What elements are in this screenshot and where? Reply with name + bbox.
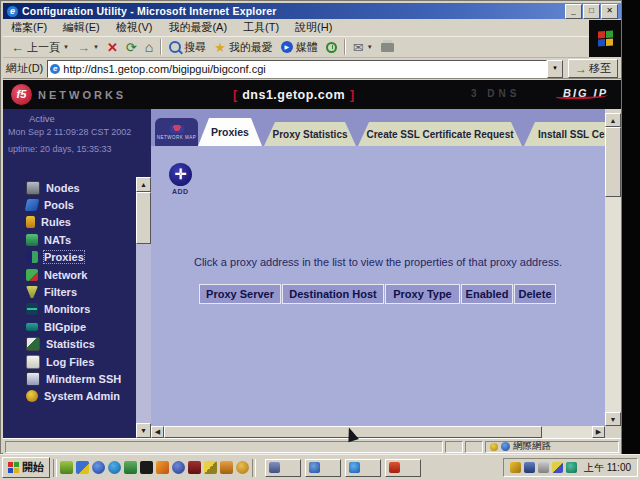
tray-icon-5[interactable]: [566, 462, 577, 473]
ie-window: e Configuration Utility - Microsoft Inte…: [0, 0, 622, 454]
search-label: 搜尋: [184, 40, 206, 55]
go-button[interactable]: → 移至: [568, 59, 618, 78]
task-button-1[interactable]: [265, 459, 301, 477]
sidebar-item-filters[interactable]: Filters: [3, 283, 136, 300]
favorites-button[interactable]: ★ 我的最愛: [210, 39, 277, 56]
quicklaunch-icon-12[interactable]: [236, 461, 249, 474]
quicklaunch-icon-3[interactable]: [92, 461, 105, 474]
back-button[interactable]: ← 上一頁 ▼: [7, 39, 73, 56]
scroll-down-icon[interactable]: ▼: [136, 423, 151, 438]
mail-button[interactable]: ✉ ▼: [349, 40, 377, 55]
sidebar-item-network[interactable]: Network: [3, 266, 136, 283]
tab-create-ssl-certificate-request[interactable]: Create SSL Certificate Request: [358, 122, 522, 146]
window-title: Configuration Utility - Microsoft Intern…: [22, 5, 277, 17]
tab-proxies[interactable]: Proxies: [198, 118, 262, 146]
mail-dropdown-icon[interactable]: ▼: [367, 44, 373, 50]
home-icon: ⌂: [145, 41, 153, 54]
quicklaunch-icon-6[interactable]: [140, 461, 153, 474]
tab-proxy-statistics[interactable]: Proxy Statistics: [264, 122, 356, 146]
scroll-down-icon[interactable]: ▼: [605, 412, 621, 426]
sidebar-item-logfiles[interactable]: Log Files: [3, 353, 136, 370]
task-button-2[interactable]: [305, 459, 341, 477]
network-map-icon: [170, 125, 184, 133]
network-map-tab[interactable]: NETWORK MAP: [155, 118, 198, 146]
sidebar-item-bigpipe[interactable]: BIGpipe: [3, 318, 136, 335]
menu-favorites[interactable]: 我的最愛(A): [160, 20, 235, 35]
menu-help[interactable]: 說明(H): [287, 20, 340, 35]
toolbar-separator: [160, 39, 162, 55]
bracket-right: ]: [350, 88, 354, 102]
sidebar-item-nats[interactable]: NATs: [3, 231, 136, 248]
tray-icon-2[interactable]: [524, 462, 535, 473]
sidebar-scrollbar[interactable]: ▲ ▼: [136, 177, 151, 438]
address-input[interactable]: e http://dns1.getop.com/bigipgui/bigconf…: [47, 60, 547, 78]
menu-view[interactable]: 檢視(V): [108, 20, 161, 35]
statistics-icon: [26, 337, 40, 351]
sidebar-item-proxies[interactable]: Proxies: [3, 249, 136, 266]
menu-edit[interactable]: 編輯(E): [55, 20, 108, 35]
horizontal-scrollbar[interactable]: ◀ ▶: [151, 426, 605, 438]
tray-icon-4[interactable]: [552, 462, 563, 473]
stop-icon: ✕: [107, 41, 118, 54]
rules-icon: [26, 216, 35, 228]
quicklaunch-icon-4[interactable]: [108, 461, 121, 474]
close-button[interactable]: ✕: [601, 4, 618, 19]
quicklaunch-icon-1[interactable]: [60, 461, 73, 474]
quicklaunch-icon-10[interactable]: [204, 461, 217, 474]
forward-dropdown-icon[interactable]: ▼: [93, 44, 99, 50]
menu-tools[interactable]: 工具(T): [235, 20, 287, 35]
back-icon: ←: [11, 41, 24, 54]
pools-icon: [25, 199, 40, 211]
back-dropdown-icon[interactable]: ▼: [63, 44, 69, 50]
sidebar-item-statistics[interactable]: Statistics: [3, 336, 136, 353]
print-button[interactable]: [377, 42, 398, 53]
status-pane: [445, 441, 463, 453]
nodes-icon: [26, 181, 40, 195]
windows-flag-icon: [598, 30, 613, 46]
sidebar-item-system-admin[interactable]: System Admin: [3, 388, 136, 405]
scroll-up-icon[interactable]: ▲: [605, 113, 621, 127]
quicklaunch-icon-5[interactable]: [124, 461, 137, 474]
scrollbar-thumb[interactable]: [136, 192, 151, 244]
scroll-right-icon[interactable]: ▶: [592, 426, 605, 438]
quicklaunch-icon-11[interactable]: [220, 461, 233, 474]
f5-networks-wordmark: NETWORKS: [38, 89, 126, 101]
task-button-3[interactable]: [345, 459, 381, 477]
menu-file[interactable]: 檔案(F): [3, 20, 55, 35]
sidebar-item-pools[interactable]: Pools: [3, 196, 136, 213]
media-button[interactable]: ▶ 媒體: [277, 39, 322, 56]
add-button[interactable]: ✛: [169, 163, 192, 186]
scroll-up-icon[interactable]: ▲: [136, 177, 151, 192]
sidebar-item-mindterm-ssh[interactable]: Mindterm SSH: [3, 370, 136, 387]
page-favicon: e: [50, 64, 60, 74]
sidebar-item-nodes[interactable]: Nodes: [3, 179, 136, 196]
start-button[interactable]: 開始: [2, 457, 50, 478]
stop-button[interactable]: ✕: [103, 40, 122, 55]
quicklaunch-icon-7[interactable]: [156, 461, 169, 474]
address-dropdown-button[interactable]: ▼: [547, 60, 563, 78]
address-url: http://dns1.getop.com/bigipgui/bigconf.c…: [63, 63, 265, 75]
tray-volume-icon[interactable]: [510, 462, 521, 473]
system-datetime: Mon Sep 2 11:09:28 CST 2002: [8, 127, 131, 137]
sidebar-item-rules[interactable]: Rules: [3, 214, 136, 231]
task-button-4[interactable]: [385, 459, 421, 477]
vertical-scrollbar[interactable]: ▲ ▼: [605, 113, 621, 426]
minimize-button[interactable]: _: [565, 4, 582, 19]
tab-install-ssl-certificate[interactable]: Install SSL Certif: [524, 122, 605, 146]
tray-icon-3[interactable]: [538, 462, 549, 473]
quicklaunch-icon-9[interactable]: [188, 461, 201, 474]
title-bar: e Configuration Utility - Microsoft Inte…: [3, 3, 621, 19]
search-button[interactable]: 搜尋: [165, 39, 210, 56]
maximize-button[interactable]: □: [583, 4, 600, 19]
scrollbar-thumb[interactable]: [605, 127, 621, 197]
quicklaunch-icon-2[interactable]: [76, 461, 89, 474]
quicklaunch-icon-8[interactable]: [172, 461, 185, 474]
column-header-proxy-server: Proxy Server: [199, 284, 281, 304]
forward-button[interactable]: → ▼: [73, 40, 103, 55]
scroll-left-icon[interactable]: ◀: [151, 426, 164, 438]
history-button[interactable]: [322, 41, 341, 54]
home-button[interactable]: ⌂: [141, 40, 157, 55]
taskbar-clock[interactable]: 上午 11:00: [584, 461, 631, 475]
sidebar-item-monitors[interactable]: Monitors: [3, 301, 136, 318]
refresh-button[interactable]: ⟳: [122, 40, 141, 55]
